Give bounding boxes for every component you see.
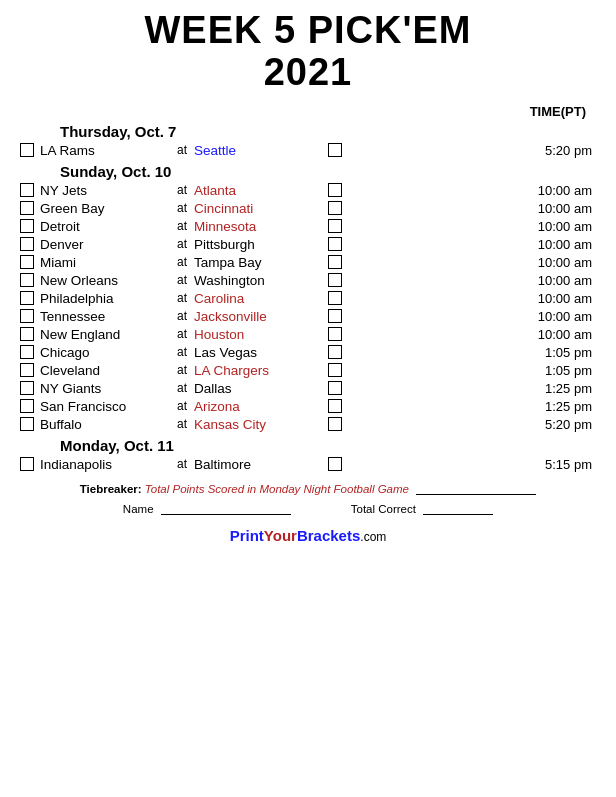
at-text: at bbox=[170, 219, 194, 233]
team-away: Cleveland bbox=[40, 363, 170, 378]
checkbox-home[interactable] bbox=[328, 219, 342, 233]
team-away: Philadelphia bbox=[40, 291, 170, 306]
footer: PrintYourBrackets.com bbox=[20, 527, 596, 544]
game-time: 10:00 am bbox=[342, 291, 596, 306]
at-text: at bbox=[170, 291, 194, 305]
checkbox-away[interactable] bbox=[20, 381, 34, 395]
team-away: Detroit bbox=[40, 219, 170, 234]
team-home: Tampa Bay bbox=[194, 255, 324, 270]
checkbox-home[interactable] bbox=[328, 327, 342, 341]
team-away: Green Bay bbox=[40, 201, 170, 216]
team-away: Denver bbox=[40, 237, 170, 252]
checkbox-away[interactable] bbox=[20, 273, 34, 287]
day-header: Monday, Oct. 11 bbox=[60, 437, 596, 454]
checkbox-home[interactable] bbox=[328, 143, 342, 157]
game-row: Denver at Pittsburgh 10:00 am bbox=[20, 236, 596, 253]
team-away: New England bbox=[40, 327, 170, 342]
checkbox-away[interactable] bbox=[20, 457, 34, 471]
checkbox-home[interactable] bbox=[328, 183, 342, 197]
team-home: Seattle bbox=[194, 143, 324, 158]
time-header: TIME(PT) bbox=[20, 104, 596, 119]
checkbox-home[interactable] bbox=[328, 237, 342, 251]
checkbox-home[interactable] bbox=[328, 381, 342, 395]
game-row: Tennessee at Jacksonville 10:00 am bbox=[20, 308, 596, 325]
checkbox-home[interactable] bbox=[328, 399, 342, 413]
at-text: at bbox=[170, 457, 194, 471]
team-home: Arizona bbox=[194, 399, 324, 414]
at-text: at bbox=[170, 143, 194, 157]
game-time: 10:00 am bbox=[342, 237, 596, 252]
checkbox-away[interactable] bbox=[20, 201, 34, 215]
team-home: Cincinnati bbox=[194, 201, 324, 216]
team-home: Dallas bbox=[194, 381, 324, 396]
tiebreaker-text: Total Points Scored in Monday Night Foot… bbox=[145, 483, 409, 495]
at-text: at bbox=[170, 201, 194, 215]
game-time: 10:00 am bbox=[342, 327, 596, 342]
game-row: Philadelphia at Carolina 10:00 am bbox=[20, 290, 596, 307]
game-time: 5:20 pm bbox=[342, 143, 596, 158]
checkbox-away[interactable] bbox=[20, 327, 34, 341]
checkbox-home[interactable] bbox=[328, 309, 342, 323]
game-row: Detroit at Minnesota 10:00 am bbox=[20, 218, 596, 235]
footer-print: Print bbox=[230, 527, 264, 544]
checkbox-away[interactable] bbox=[20, 345, 34, 359]
team-home: Washington bbox=[194, 273, 324, 288]
checkbox-away[interactable] bbox=[20, 363, 34, 377]
checkbox-home[interactable] bbox=[328, 363, 342, 377]
team-away: NY Giants bbox=[40, 381, 170, 396]
game-row: NY Jets at Atlanta 10:00 am bbox=[20, 182, 596, 199]
name-line[interactable] bbox=[161, 514, 291, 515]
checkbox-away[interactable] bbox=[20, 219, 34, 233]
game-time: 1:05 pm bbox=[342, 363, 596, 378]
game-row: Indianapolis at Baltimore 5:15 pm bbox=[20, 456, 596, 473]
checkbox-home[interactable] bbox=[328, 345, 342, 359]
checkbox-away[interactable] bbox=[20, 237, 34, 251]
total-correct-line[interactable] bbox=[423, 514, 493, 515]
checkbox-away[interactable] bbox=[20, 309, 34, 323]
team-home: Atlanta bbox=[194, 183, 324, 198]
checkbox-home[interactable] bbox=[328, 417, 342, 431]
checkbox-away[interactable] bbox=[20, 183, 34, 197]
game-row: NY Giants at Dallas 1:25 pm bbox=[20, 380, 596, 397]
name-label: Name bbox=[123, 503, 154, 515]
checkbox-home[interactable] bbox=[328, 255, 342, 269]
team-away: Buffalo bbox=[40, 417, 170, 432]
game-time: 10:00 am bbox=[342, 183, 596, 198]
team-away: Indianapolis bbox=[40, 457, 170, 472]
checkbox-away[interactable] bbox=[20, 291, 34, 305]
checkbox-home[interactable] bbox=[328, 273, 342, 287]
at-text: at bbox=[170, 273, 194, 287]
team-away: LA Rams bbox=[40, 143, 170, 158]
day-header: Sunday, Oct. 10 bbox=[60, 163, 596, 180]
at-text: at bbox=[170, 309, 194, 323]
checkbox-away[interactable] bbox=[20, 143, 34, 157]
team-home: Minnesota bbox=[194, 219, 324, 234]
team-away: NY Jets bbox=[40, 183, 170, 198]
at-text: at bbox=[170, 381, 194, 395]
checkbox-away[interactable] bbox=[20, 255, 34, 269]
checkbox-home[interactable] bbox=[328, 291, 342, 305]
game-time: 1:05 pm bbox=[342, 345, 596, 360]
game-row: LA Rams at Seattle 5:20 pm bbox=[20, 142, 596, 159]
game-row: Green Bay at Cincinnati 10:00 am bbox=[20, 200, 596, 217]
game-row: Cleveland at LA Chargers 1:05 pm bbox=[20, 362, 596, 379]
game-row: Chicago at Las Vegas 1:05 pm bbox=[20, 344, 596, 361]
game-time: 1:25 pm bbox=[342, 399, 596, 414]
team-away: Chicago bbox=[40, 345, 170, 360]
checkbox-away[interactable] bbox=[20, 417, 34, 431]
game-time: 10:00 am bbox=[342, 273, 596, 288]
at-text: at bbox=[170, 237, 194, 251]
checkbox-home[interactable] bbox=[328, 457, 342, 471]
team-home: LA Chargers bbox=[194, 363, 324, 378]
team-away: San Francisco bbox=[40, 399, 170, 414]
game-time: 5:20 pm bbox=[342, 417, 596, 432]
at-text: at bbox=[170, 399, 194, 413]
tiebreaker-section: Tiebreaker: Total Points Scored in Monda… bbox=[20, 483, 596, 495]
checkbox-away[interactable] bbox=[20, 399, 34, 413]
team-home: Kansas City bbox=[194, 417, 324, 432]
checkbox-home[interactable] bbox=[328, 201, 342, 215]
game-row: New England at Houston 10:00 am bbox=[20, 326, 596, 343]
team-home: Pittsburgh bbox=[194, 237, 324, 252]
game-row: Buffalo at Kansas City 5:20 pm bbox=[20, 416, 596, 433]
team-home: Baltimore bbox=[194, 457, 324, 472]
